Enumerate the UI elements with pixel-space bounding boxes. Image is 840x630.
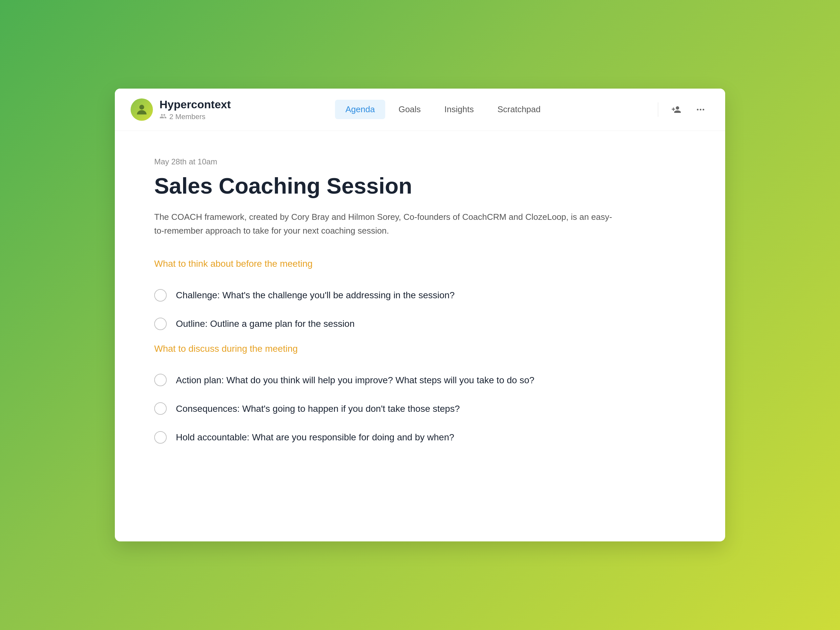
agenda-item: Outline: Outline a game plan for the ses… — [154, 309, 686, 338]
nav-tabs: Agenda Goals Insights Scratchpad — [231, 100, 655, 119]
svg-point-1 — [697, 109, 699, 110]
members-label: 2 Members — [169, 112, 205, 121]
main-content: May 28th at 10am Sales Coaching Session … — [115, 131, 725, 542]
more-options-button[interactable] — [692, 101, 709, 118]
avatar — [131, 98, 153, 121]
agenda-item: Consequences: What's going to happen if … — [154, 395, 686, 423]
add-member-button[interactable] — [668, 101, 685, 118]
checkbox-challenge[interactable] — [154, 289, 167, 302]
meeting-date: May 28th at 10am — [154, 157, 686, 166]
checkbox-outline[interactable] — [154, 317, 167, 330]
tab-goals[interactable]: Goals — [388, 100, 431, 119]
agenda-list-during: Action plan: What do you think will help… — [154, 366, 686, 452]
divider — [658, 103, 658, 117]
agenda-item-text: Consequences: What's going to happen if … — [176, 402, 460, 415]
section-before: What to think about before the meeting C… — [154, 259, 686, 338]
members-icon — [159, 112, 167, 122]
brand-info: Hypercontext 2 Members — [159, 98, 231, 122]
svg-point-3 — [703, 109, 704, 110]
section-during: What to discuss during the meeting Actio… — [154, 344, 686, 452]
svg-point-2 — [700, 109, 701, 110]
checkbox-consequences[interactable] — [154, 402, 167, 415]
meeting-description: The COACH framework, created by Cory Bra… — [154, 210, 614, 238]
svg-point-0 — [139, 105, 144, 110]
section-during-heading: What to discuss during the meeting — [154, 344, 686, 354]
checkbox-action-plan[interactable] — [154, 374, 167, 386]
agenda-item-text: Challenge: What's the challenge you'll b… — [176, 289, 455, 302]
agenda-item: Action plan: What do you think will help… — [154, 366, 686, 395]
tab-scratchpad[interactable]: Scratchpad — [487, 100, 551, 119]
header-actions — [655, 101, 709, 118]
checkbox-hold-accountable[interactable] — [154, 431, 167, 444]
tab-agenda[interactable]: Agenda — [335, 100, 385, 119]
agenda-item-text: Action plan: What do you think will help… — [176, 374, 535, 387]
agenda-item-text: Outline: Outline a game plan for the ses… — [176, 317, 355, 330]
agenda-item-text: Hold accountable: What are you responsib… — [176, 431, 454, 444]
header: Hypercontext 2 Members Agenda Goals Insi… — [115, 88, 725, 131]
agenda-item: Hold accountable: What are you responsib… — [154, 423, 686, 452]
agenda-item: Challenge: What's the challenge you'll b… — [154, 281, 686, 309]
brand-name: Hypercontext — [159, 98, 231, 111]
brand-area: Hypercontext 2 Members — [131, 98, 231, 122]
members-row: 2 Members — [159, 112, 231, 122]
meeting-title: Sales Coaching Session — [154, 173, 686, 199]
agenda-list-before: Challenge: What's the challenge you'll b… — [154, 281, 686, 338]
section-before-heading: What to think about before the meeting — [154, 259, 686, 269]
tab-insights[interactable]: Insights — [434, 100, 484, 119]
app-window: Hypercontext 2 Members Agenda Goals Insi… — [115, 88, 725, 542]
